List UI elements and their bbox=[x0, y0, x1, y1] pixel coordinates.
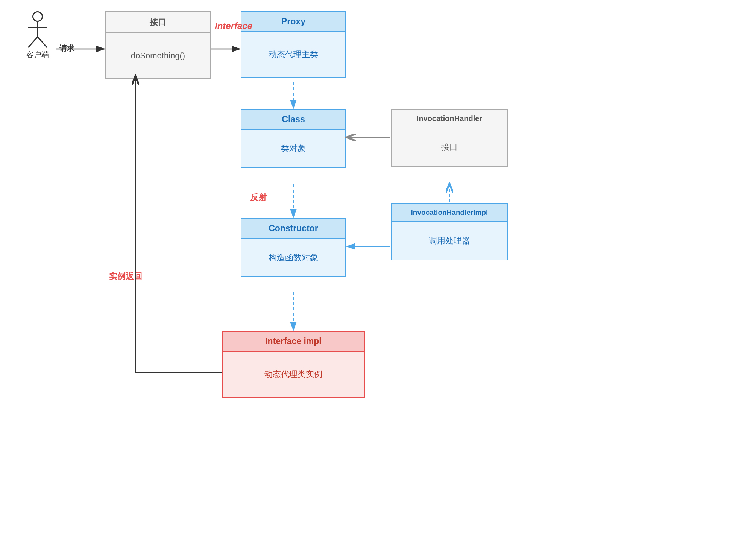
diagram-container: 客户端 接口 doSomething() Proxy 动态代理主类 Class … bbox=[0, 0, 756, 559]
svg-line-3 bbox=[38, 37, 47, 47]
actor-label: 客户端 bbox=[23, 50, 53, 60]
box-constructor: Constructor 构造函数对象 bbox=[241, 218, 346, 277]
box-interface-header: 接口 bbox=[106, 12, 210, 33]
box-interface: 接口 doSomething() bbox=[105, 11, 211, 79]
box-proxy-body: 动态代理主类 bbox=[241, 32, 345, 77]
box-class-header: Class bbox=[241, 110, 345, 130]
box-proxy-header: Proxy bbox=[241, 12, 345, 32]
svg-line-2 bbox=[28, 37, 38, 47]
box-invocation-handler-impl: InvocationHandlerImpl 调用处理器 bbox=[391, 203, 508, 260]
label-qingqiu: 请求 bbox=[59, 43, 74, 53]
box-invocation-handler-impl-header: InvocationHandlerImpl bbox=[392, 204, 507, 222]
box-interface-impl-header: Interface impl bbox=[223, 332, 364, 352]
box-class: Class 类对象 bbox=[241, 109, 346, 168]
box-interface-impl-body: 动态代理类实例 bbox=[223, 352, 364, 397]
box-invocation-handler-body: 接口 bbox=[392, 128, 507, 166]
actor-head bbox=[32, 11, 43, 22]
actor: 客户端 bbox=[23, 11, 53, 60]
box-invocation-handler: InvocationHandler 接口 bbox=[391, 109, 508, 167]
label-fanshei: 反射 bbox=[250, 192, 267, 203]
label-interface: Interface bbox=[215, 21, 252, 31]
actor-body bbox=[23, 22, 53, 48]
arrow-impl-interface-line bbox=[135, 82, 222, 372]
label-shili: 实例返回 bbox=[109, 271, 142, 282]
box-invocation-handler-impl-body: 调用处理器 bbox=[392, 222, 507, 260]
box-invocation-handler-header: InvocationHandler bbox=[392, 110, 507, 128]
box-constructor-header: Constructor bbox=[241, 219, 345, 239]
box-interface-body: doSomething() bbox=[106, 33, 210, 78]
box-proxy: Proxy 动态代理主类 bbox=[241, 11, 346, 78]
box-class-body: 类对象 bbox=[241, 130, 345, 167]
box-interface-impl: Interface impl 动态代理类实例 bbox=[222, 331, 365, 398]
box-constructor-body: 构造函数对象 bbox=[241, 239, 345, 276]
